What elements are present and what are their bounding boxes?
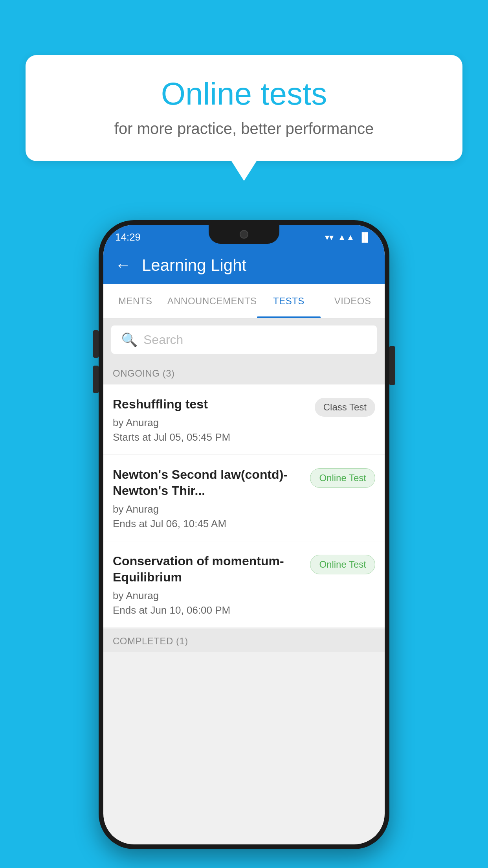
volume-down-button[interactable]: [93, 366, 99, 393]
test-name-1: Reshuffling test: [113, 396, 308, 413]
tab-bar: MENTS ANNOUNCEMENTS TESTS VIDEOS: [103, 284, 385, 318]
battery-icon: ▐▌: [359, 232, 371, 243]
tab-announcements[interactable]: ANNOUNCEMENTS: [167, 284, 257, 318]
camera: [240, 230, 248, 239]
test-name-3: Conservation of momentum-Equilibrium: [113, 553, 304, 586]
wifi-icon: ▾▾: [325, 232, 334, 243]
notch: [209, 225, 279, 244]
test-item-1[interactable]: Reshuffling test by Anurag Starts at Jul…: [103, 384, 385, 455]
volume-up-button[interactable]: [93, 330, 99, 358]
test-author-3: by Anurag: [113, 590, 304, 602]
tab-tests[interactable]: TESTS: [257, 284, 321, 318]
test-badge-1: Class Test: [315, 398, 375, 417]
test-info-3: Conservation of momentum-Equilibrium by …: [113, 553, 304, 616]
test-author-2: by Anurag: [113, 503, 304, 515]
status-icons: ▾▾ ▲▲ ▐▌: [325, 232, 371, 243]
test-name-2: Newton's Second law(contd)-Newton's Thir…: [113, 467, 304, 499]
search-container: 🔍 Search: [103, 318, 385, 361]
speech-bubble-container: Online tests for more practice, better p…: [26, 55, 462, 161]
phone-screen: 14:29 ▾▾ ▲▲ ▐▌ ← Learning Light MENTS AN…: [103, 225, 385, 844]
test-item-2[interactable]: Newton's Second law(contd)-Newton's Thir…: [103, 455, 385, 541]
test-info-2: Newton's Second law(contd)-Newton's Thir…: [113, 467, 304, 530]
app-bar: ← Learning Light: [103, 246, 385, 284]
test-badge-3: Online Test: [310, 555, 375, 574]
signal-icon: ▲▲: [338, 232, 355, 243]
status-time: 14:29: [115, 231, 141, 243]
test-time-1: Starts at Jul 05, 05:45 PM: [113, 431, 308, 443]
tab-ments[interactable]: MENTS: [103, 284, 167, 318]
test-info-1: Reshuffling test by Anurag Starts at Jul…: [113, 396, 308, 443]
completed-label: COMPLETED (1): [113, 636, 188, 646]
search-placeholder: Search: [143, 333, 183, 347]
speech-bubble: Online tests for more practice, better p…: [26, 55, 462, 161]
test-item-3[interactable]: Conservation of momentum-Equilibrium by …: [103, 541, 385, 628]
app-bar-title: Learning Light: [142, 256, 246, 275]
ongoing-section-header: ONGOING (3): [103, 361, 385, 384]
test-list: Reshuffling test by Anurag Starts at Jul…: [103, 384, 385, 628]
test-time-2: Ends at Jul 06, 10:45 AM: [113, 518, 304, 530]
ongoing-label: ONGOING (3): [113, 368, 175, 379]
search-input[interactable]: 🔍 Search: [111, 326, 377, 354]
bubble-subtitle: for more practice, better performance: [49, 120, 439, 138]
test-badge-2: Online Test: [310, 468, 375, 488]
phone-frame: 14:29 ▾▾ ▲▲ ▐▌ ← Learning Light MENTS AN…: [99, 220, 389, 849]
test-author-1: by Anurag: [113, 417, 308, 429]
back-button[interactable]: ←: [115, 256, 131, 274]
tab-videos[interactable]: VIDEOS: [321, 284, 385, 318]
bubble-title: Online tests: [49, 77, 439, 111]
test-time-3: Ends at Jun 10, 06:00 PM: [113, 604, 304, 616]
search-icon: 🔍: [121, 332, 138, 348]
power-button[interactable]: [389, 346, 395, 385]
completed-section-header: COMPLETED (1): [103, 629, 385, 652]
